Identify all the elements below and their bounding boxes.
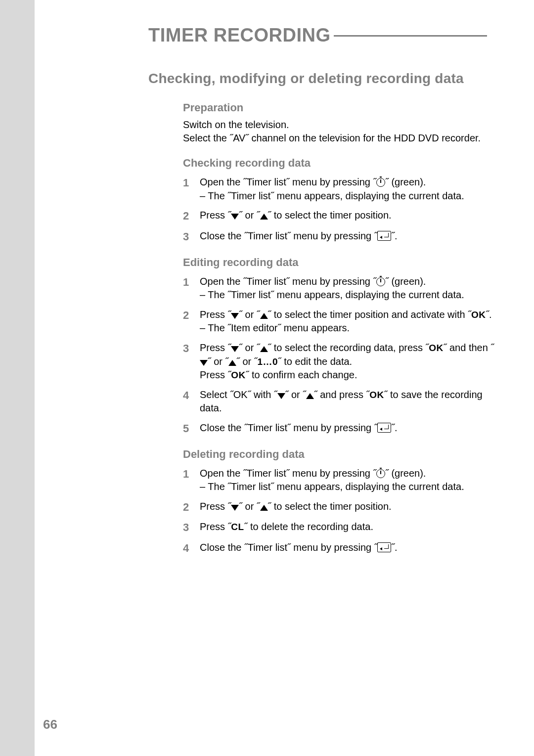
step-number: 5: [183, 421, 200, 436]
step-text: Open the ˝Timer list˝ menu by pressing ˝…: [200, 275, 499, 302]
editing-step-2: 2 Press ˝˝ or ˝˝ to select the timer pos…: [183, 308, 499, 335]
text-fragment: Press ˝: [200, 210, 231, 221]
step-number: 3: [183, 341, 200, 382]
editing-step-3: 3 Press ˝˝ or ˝˝ to select the recording…: [183, 341, 499, 382]
step-number: 1: [183, 275, 200, 302]
text-fragment: Open the ˝Timer list˝ menu by pressing ˝: [200, 276, 376, 287]
text-fragment: Press ˝: [200, 521, 231, 532]
editing-step-1: 1 Open the ˝Timer list˝ menu by pressing…: [183, 275, 499, 302]
deleting-step-1: 1 Open the ˝Timer list˝ menu by pressing…: [183, 467, 499, 494]
ok-glyph: OK: [471, 310, 486, 320]
preparation-line-1: Switch on the television.: [183, 118, 499, 132]
step-text: Close the ˝Timer list˝ menu by pressing …: [200, 541, 499, 556]
arrow-down-icon: [231, 346, 239, 352]
ok-glyph: OK: [429, 343, 444, 353]
step-text: Open the ˝Timer list˝ menu by pressing ˝…: [200, 176, 499, 203]
step-result: – The ˝Timer list˝ menu appears, display…: [200, 480, 499, 494]
step-result: – The ˝Timer list˝ menu appears, display…: [200, 189, 499, 203]
step-text: Open the ˝Timer list˝ menu by pressing ˝…: [200, 467, 499, 494]
text-fragment: Open the ˝Timer list˝ menu by pressing ˝: [200, 468, 376, 479]
left-margin-bar: [0, 0, 35, 756]
text-fragment: Select ˝OK˝ with ˝: [200, 389, 277, 400]
arrow-up-icon: [228, 360, 236, 366]
main-heading: TIMER RECORDING: [148, 25, 499, 46]
text-fragment: ˝ to confirm each change.: [246, 369, 357, 380]
step-number: 1: [183, 176, 200, 203]
checking-step-2: 2 Press ˝˝ or ˝˝ to select the timer pos…: [183, 209, 499, 223]
enter-icon: [377, 542, 391, 552]
timer-icon: [376, 178, 385, 187]
text-fragment: ˝ to select the timer position.: [268, 210, 392, 221]
text-fragment: ˝ (green).: [385, 468, 426, 479]
step-number: 4: [183, 388, 200, 415]
text-fragment: Press ˝: [200, 342, 231, 353]
text-fragment: Press ˝: [200, 309, 231, 320]
text-fragment: ˝ or ˝: [239, 210, 260, 221]
step-number: 3: [183, 229, 200, 244]
step-text: Press ˝˝ or ˝˝ to select the recording d…: [200, 341, 499, 382]
step-text: Close the ˝Timer list˝ menu by pressing …: [200, 229, 499, 244]
arrow-up-icon: [260, 346, 268, 352]
checking-step-1: 1 Open the ˝Timer list˝ menu by pressing…: [183, 176, 499, 203]
text-fragment: ˝.: [391, 542, 397, 553]
step-number: 2: [183, 500, 200, 515]
step-text: Press ˝˝ or ˝˝ to select the timer posit…: [200, 308, 499, 335]
heading-underline: [334, 35, 487, 37]
arrow-down-icon: [231, 313, 239, 319]
page-content: TIMER RECORDING Checking, modifying or d…: [148, 25, 499, 559]
arrow-up-icon: [306, 393, 314, 399]
text-fragment: Close the ˝Timer list˝ menu by pressing …: [200, 230, 377, 241]
text-fragment: ˝ to select the recording data, press ˝: [268, 342, 429, 353]
text-fragment: ˝ or ˝: [236, 356, 257, 367]
page-number: 66: [43, 717, 57, 732]
text-fragment: Press ˝: [200, 501, 231, 512]
deleting-title: Deleting recording data: [183, 448, 499, 461]
arrow-down-icon: [231, 505, 239, 511]
ok-glyph: OK: [231, 370, 246, 380]
main-heading-text: TIMER RECORDING: [148, 25, 331, 45]
checking-block: Checking recording data 1 Open the ˝Time…: [183, 157, 499, 244]
arrow-up-icon: [260, 505, 268, 511]
step-text: Press ˝˝ or ˝˝ to select the timer posit…: [200, 500, 499, 515]
deleting-step-3: 3 Press ˝CL˝ to delete the recording dat…: [183, 520, 499, 535]
timer-icon: [376, 469, 385, 478]
arrow-up-icon: [260, 313, 268, 319]
editing-step-5: 5 Close the ˝Timer list˝ menu by pressin…: [183, 421, 499, 436]
text-fragment: ˝ to delete the recording data.: [244, 521, 373, 532]
timer-icon: [376, 277, 385, 286]
sub-heading: Checking, modifying or deleting recordin…: [148, 71, 499, 87]
text-fragment: Close the ˝Timer list˝ menu by pressing …: [200, 422, 377, 433]
step-text: Press ˝CL˝ to delete the recording data.: [200, 520, 499, 535]
enter-icon: [377, 423, 391, 433]
editing-block: Editing recording data 1 Open the ˝Timer…: [183, 256, 499, 436]
step-number: 2: [183, 209, 200, 223]
preparation-title: Preparation: [183, 101, 499, 114]
one-zero-glyph: 1…0: [257, 356, 278, 367]
step-text: Press ˝˝ or ˝˝ to select the timer posit…: [200, 209, 499, 223]
arrow-down-icon: [200, 360, 208, 366]
deleting-block: Deleting recording data 1 Open the ˝Time…: [183, 448, 499, 556]
editing-title: Editing recording data: [183, 256, 499, 269]
text-fragment: ˝.: [391, 230, 397, 241]
text-fragment: ˝ (green).: [385, 177, 426, 187]
checking-title: Checking recording data: [183, 157, 499, 170]
step-result: – The ˝Item editor˝ menu appears.: [200, 321, 499, 335]
text-fragment: ˝ or ˝: [239, 501, 260, 512]
arrow-down-icon: [277, 393, 285, 399]
text-fragment: ˝ or ˝: [239, 342, 260, 353]
text-fragment: Open the ˝Timer list˝ menu by pressing ˝: [200, 177, 376, 187]
text-fragment: ˝ and press ˝: [314, 389, 369, 400]
step-text: Select ˝OK˝ with ˝˝ or ˝˝ and press ˝OK˝…: [200, 388, 499, 415]
arrow-down-icon: [231, 214, 239, 220]
arrow-up-icon: [260, 214, 268, 220]
step-number: 3: [183, 520, 200, 535]
step-result: – The ˝Timer list˝ menu appears, display…: [200, 288, 499, 302]
step-number: 4: [183, 541, 200, 556]
text-fragment: ˝.: [486, 309, 491, 320]
deleting-step-2: 2 Press ˝˝ or ˝˝ to select the timer pos…: [183, 500, 499, 515]
text-fragment: ˝ to select the timer position and activ…: [268, 309, 471, 320]
deleting-step-4: 4 Close the ˝Timer list˝ menu by pressin…: [183, 541, 499, 556]
cl-glyph: CL: [231, 522, 244, 532]
editing-step-4: 4 Select ˝OK˝ with ˝˝ or ˝˝ and press ˝O…: [183, 388, 499, 415]
step-number: 2: [183, 308, 200, 335]
